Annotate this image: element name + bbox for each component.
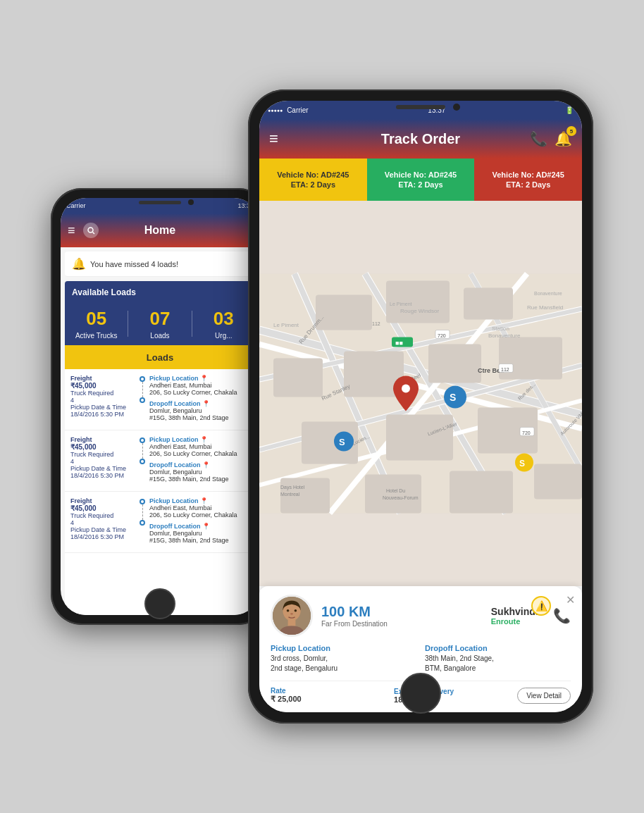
truck-label-3: Truck Required [70,512,134,519]
load-locations-2: Pickup Location 📍 Andheri East, Mumbai 2… [140,436,249,485]
right-home-button[interactable] [400,673,441,714]
svg-text:Le Piment: Le Piment [390,302,412,306]
pickup-title-1: Pickup Location [149,375,199,382]
freight-label-2: Freight [70,436,134,443]
date-value-3: 18/4/2016 5:30 PM [70,533,134,540]
search-icon[interactable] [83,223,99,238]
svg-text:■■: ■■ [395,340,403,347]
load-item-2[interactable]: Freight ₹45,000 Truck Required 4 Pickup … [65,430,255,492]
left-home-button[interactable] [144,588,175,619]
pickup-addr2-2: 206, So Lucky Corner, Chakala [149,450,237,457]
svg-text:Bonaventure: Bonaventure [534,291,562,296]
load-item-1[interactable]: Freight ₹45,000 Truck Required 4 Pickup … [65,369,255,430]
freight-label-3: Freight [70,497,134,504]
drop-title-3: Dropoff Location [149,523,201,530]
location-details-2: Pickup Location 📍 Andheri East, Mumbai 2… [149,436,237,485]
drop-addr1-3: Domlur, Bengaluru [149,530,237,537]
vehicle-tab-2[interactable]: Vehicle No: AD#245 ETA: 2 Days [367,159,475,201]
left-screen: Carrier 13:37 ≡ Home 🔔 You have missed 4… [61,198,259,615]
load-item-3[interactable]: Freight ₹45,000 Truck Required 4 Pickup … [65,492,255,553]
date-value-1: 18/4/2016 5:30 PM [70,411,134,418]
right-header-title: Track Order [381,131,460,147]
right-phone: ●●●●● Carrier 13:37 🔋 ≡ Track Order 📞 🔔 … [248,89,593,724]
vehicle-tab-3[interactable]: Vehicle No: AD#245 ETA: 2 Days [474,159,582,201]
card-pickup-title: Pickup Location [271,644,416,652]
vehicle-tab-2-vehicle: Vehicle No: AD#245 [385,170,457,179]
notification-badge: 5 [566,126,576,136]
stat-loads: 07 Loads [128,308,191,340]
pickup-item-2: Pickup Location 📍 Andheri East, Mumbai 2… [149,436,237,457]
svg-text:112: 112 [501,367,509,372]
date-label-3: Pickup Date & Time [70,526,134,533]
pickup-item-3: Pickup Location 📍 Andheri East, Mumbai 2… [149,497,237,519]
right-header-icons: 📞 🔔 5 [530,130,572,147]
right-header: ≡ Track Order 📞 🔔 5 [259,119,582,159]
left-camera [188,199,194,205]
pickup-dot-2 [140,437,145,443]
notification-bell-icon: 🔔 [72,257,86,271]
svg-rect-24 [499,337,562,380]
driver-status: Enroute [491,617,521,626]
drop-dot-3 [140,520,145,526]
drop-addr2-1: #15G, 38th Main, 2nd Stage [149,414,237,421]
right-app: ●●●●● Carrier 13:37 🔋 ≡ Track Order 📞 🔔 … [259,101,582,712]
svg-rect-21 [273,359,323,397]
close-card-button[interactable]: ✕ [566,593,575,607]
loads-tab-label: Loads [147,352,173,363]
right-menu-icon[interactable]: ≡ [269,130,278,148]
svg-point-76 [290,613,293,615]
pickup-connector-2: Pickup Location 📍 Andheri East, Mumbai 2… [140,436,249,485]
connector-line-2 [140,437,145,464]
card-locations: Pickup Location 3rd cross, Domlur,2nd st… [271,644,571,674]
drop-item-3: Dropoff Location 📍 Domlur, Bengaluru #15… [149,523,237,544]
loads-tab-bar[interactable]: Loads [65,345,255,369]
distance-km: 100 KM [321,604,483,620]
date-label-2: Pickup Date & Time [70,465,134,472]
freight-value-1: ₹45,000 [70,382,134,390]
menu-icon[interactable]: ≡ [68,223,75,238]
right-camera [453,104,460,111]
vehicle-tabs: Vehicle No: AD#245 ETA: 2 Days Vehicle N… [259,159,582,201]
load-info-1: Freight ₹45,000 Truck Required 4 Pickup … [70,375,134,424]
driver-avatar [271,595,313,637]
svg-rect-23 [428,345,481,383]
svg-text:S: S [519,459,525,468]
stats-bar: 05 Active Trucks 07 Loads 03 Urg... [65,302,255,345]
trucks-number: 05 [86,308,106,330]
stat-urgent: 03 Urg... [192,308,255,340]
svg-text:720: 720 [522,430,531,435]
drop-item-1: Dropoff Location 📍 Domlur, Bengaluru #15… [149,400,237,421]
notification-bar: 🔔 You have missed 4 loads! [65,252,255,277]
bell-wrapper: 🔔 5 [555,130,572,147]
svg-rect-30 [450,471,513,514]
svg-text:Hotel Du: Hotel Du [386,488,405,493]
svg-text:Rue Mansfield: Rue Mansfield [527,304,563,311]
driver-card-top: 100 KM Far From Destination Sukhvindar E… [271,595,571,637]
driver-phone-icon[interactable]: 📞 [553,607,571,624]
view-detail-button[interactable]: View Detail [517,688,571,704]
left-app: Carrier 13:37 ≡ Home 🔔 You have missed 4… [61,198,259,615]
truck-value-3: 4 [70,519,134,526]
notification-text: You have missed 4 loads! [90,260,178,268]
urgent-number: 03 [213,308,234,330]
rate-label: Rate [271,687,388,695]
svg-line-1 [92,232,94,234]
card-pickup-location: Pickup Location 3rd cross, Domlur,2nd st… [271,644,416,674]
map-container[interactable]: Rue Stanley Rue Peel Rue Drumm... Ctre B… [259,201,582,586]
trucks-label: Active Trucks [75,332,117,340]
distance-label: Far From Destination [321,620,483,628]
right-speaker [396,105,445,109]
drop-title-1: Dropoff Location [149,400,201,407]
load-info-3: Freight ₹45,000 Truck Required 4 Pickup … [70,497,134,547]
vehicle-tab-3-eta: ETA: 2 Days [506,180,550,189]
available-loads-label: Available Loads [72,287,136,297]
driver-distance: 100 KM Far From Destination [321,604,483,628]
vehicle-tab-1[interactable]: Vehicle No: AD#245 ETA: 2 Days [259,159,367,201]
drop-item-2: Dropoff Location 📍 Domlur, Bengaluru #15… [149,461,237,483]
map-svg: Rue Stanley Rue Peel Rue Drumm... Ctre B… [259,201,582,586]
load-locations-1: Pickup Location 📍 Andheri East, Mumbai 2… [140,375,249,424]
location-details-1: Pickup Location 📍 Andheri East, Mumbai 2… [149,375,237,424]
svg-text:Montreal: Montreal [280,492,300,497]
phone-call-icon[interactable]: 📞 [530,130,547,147]
right-status-bar: ●●●●● Carrier 13:37 🔋 [259,101,582,119]
